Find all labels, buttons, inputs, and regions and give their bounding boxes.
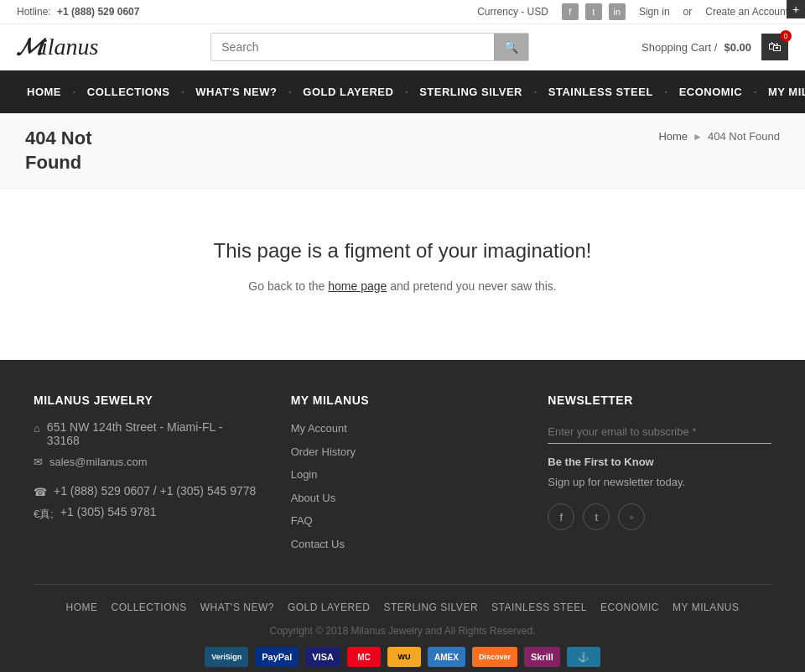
cart-amount: $0.00 xyxy=(724,41,751,54)
nav-item-home[interactable]: HOME xyxy=(17,70,71,113)
footer-bottom-collections[interactable]: COLLECTIONS xyxy=(112,602,187,613)
social-links: f t in xyxy=(562,3,626,20)
footer-bottom-sterling-silver[interactable]: STERLING SILVER xyxy=(383,602,478,613)
footer-bottom-economic[interactable]: ECONOMIC xyxy=(600,602,659,613)
footer-instagram-btn[interactable]: ◦ xyxy=(618,503,645,530)
cart-area: Shopping Cart / $0.00 🛍 0 xyxy=(641,34,788,60)
cart-label: Shopping Cart / xyxy=(641,41,717,54)
nav-dot: • xyxy=(71,88,77,96)
footer-col-my-milanus: MY MILANUS My Account Order History Logi… xyxy=(291,393,515,559)
top-bar-right: Currency - USD f t in Sign in or Create … xyxy=(477,3,788,20)
breadcrumb-current: 404 Not Found xyxy=(708,130,780,143)
footer-bottom-home[interactable]: HOME xyxy=(66,602,98,613)
footer-bottom-whats-new[interactable]: WHAT'S NEW? xyxy=(200,602,274,613)
hotline: Hotline: +1 (888) 529 0607 xyxy=(17,6,139,18)
westernunion-icon: WU xyxy=(387,647,421,667)
footer-facebook-btn[interactable]: f xyxy=(548,503,574,530)
payment-icons: VeriSign PayPal VISA MC WU AMEX Discover… xyxy=(34,647,771,667)
create-account-link[interactable]: Create an Account xyxy=(705,6,788,18)
nav-dot: • xyxy=(752,88,758,96)
nav-dot: • xyxy=(179,88,185,96)
nav-item-whats-new[interactable]: WHAT'S NEW? xyxy=(185,70,287,113)
nav-item-my-milanus[interactable]: MY MILANUS xyxy=(758,70,805,113)
nav-dot: • xyxy=(532,88,538,96)
footer-phone-row: ☎ +1 (888) 529 0607 / +1 (305) 545 9778 xyxy=(34,484,257,498)
footer-order-history[interactable]: Order History xyxy=(291,444,515,461)
footer-bottom-stainless-steel[interactable]: STAINLESS STEEL xyxy=(491,602,587,613)
nav-item-gold-layered[interactable]: GOLD LAYERED xyxy=(293,70,403,113)
email-icon: ✉ xyxy=(34,456,43,468)
twitter-icon[interactable]: t xyxy=(585,3,602,20)
amex-icon: AMEX xyxy=(428,647,465,667)
search-input[interactable] xyxy=(211,34,494,60)
home-page-link[interactable]: home page xyxy=(328,279,387,293)
cart-count: 0 xyxy=(780,30,792,42)
phone-icon: ☎ xyxy=(34,486,47,498)
page-title-block: 404 Not Found xyxy=(25,127,91,175)
page-title: 404 Not Found xyxy=(25,127,91,175)
nav-dot: • xyxy=(403,88,409,96)
nav-dot: • xyxy=(287,88,293,96)
nav-item-economic[interactable]: ECONOMIC xyxy=(669,70,753,113)
footer-bottom-nav: HOME COLLECTIONS WHAT'S NEW? GOLD LAYERE… xyxy=(34,602,771,613)
footer-email-row: ✉ sales@milanus.com xyxy=(34,454,257,477)
nav-item-collections[interactable]: COLLECTIONS xyxy=(77,70,180,113)
search-button[interactable]: 🔍 xyxy=(494,34,528,60)
footer-col3-title: NEWSLETTER xyxy=(548,393,771,407)
cart-button[interactable]: 🛍 0 xyxy=(761,34,788,60)
nav-item-sterling-silver[interactable]: STERLING SILVER xyxy=(409,70,532,113)
instagram-icon[interactable]: in xyxy=(609,3,626,20)
main-nav: HOME • COLLECTIONS • WHAT'S NEW? • GOLD … xyxy=(0,70,805,113)
nav-dot: • xyxy=(663,88,669,96)
hotline-number: +1 (888) 529 0607 xyxy=(57,6,139,18)
header-right: Shopping Cart / $0.00 🛍 0 xyxy=(641,34,788,60)
footer-top: MILANUS JEWELRY ⌂ 651 NW 124th Street - … xyxy=(34,393,771,585)
footer: MILANUS JEWELRY ⌂ 651 NW 124th Street - … xyxy=(0,360,805,672)
footer-login[interactable]: Login xyxy=(291,466,515,483)
paypal-icon: PayPal xyxy=(255,647,299,667)
copyright-text: Copyright © 2018 Milanus Jewelry and All… xyxy=(34,625,771,637)
top-bar: Hotline: +1 (888) 529 0607 Currency - US… xyxy=(0,0,805,24)
footer-col1-title: MILANUS JEWELRY xyxy=(34,393,257,407)
footer-email[interactable]: sales@milanus.com xyxy=(49,454,148,471)
or-text: or xyxy=(683,6,693,18)
footer-fax: +1 (305) 545 9781 xyxy=(60,505,157,518)
newsletter-subtitle: Sign up for newsletter today. xyxy=(548,474,771,491)
facebook-icon[interactable]: f xyxy=(562,3,579,20)
logo[interactable]: 𝓜ilanus xyxy=(17,34,98,61)
nav-item-stainless-steel[interactable]: STAINLESS STEEL xyxy=(538,70,663,113)
newsletter-text: Be the First to Know Sign up for newslet… xyxy=(548,454,771,490)
footer-my-account[interactable]: My Account xyxy=(291,420,515,437)
visa-icon: VISA xyxy=(305,647,340,667)
fax-icon: €真; xyxy=(34,507,54,522)
expand-button[interactable]: + xyxy=(787,0,805,18)
footer-social: f t ◦ xyxy=(548,503,771,530)
main-content: This page is a figment of your imaginati… xyxy=(0,189,805,360)
footer-faq[interactable]: FAQ xyxy=(291,513,515,529)
footer-col2-title: MY MILANUS xyxy=(291,393,515,407)
breadcrumb-home[interactable]: Home xyxy=(658,130,688,143)
footer-col-jewelry: MILANUS JEWELRY ⌂ 651 NW 124th Street - … xyxy=(34,393,257,559)
signin-link[interactable]: Sign in xyxy=(639,6,670,18)
newsletter-input-row xyxy=(548,420,771,444)
not-found-title: This page is a figment of your imaginati… xyxy=(17,239,788,263)
currency-selector[interactable]: Currency - USD xyxy=(477,6,548,18)
hotline-label: Hotline: xyxy=(17,6,51,18)
breadcrumb: Home ► 404 Not Found xyxy=(658,127,780,143)
breadcrumb-bar: 404 Not Found Home ► 404 Not Found xyxy=(0,113,805,189)
footer-contact-us[interactable]: Contact Us xyxy=(291,536,515,553)
footer-col-newsletter: NEWSLETTER Be the First to Know Sign up … xyxy=(548,393,771,559)
newsletter-title: Be the First to Know xyxy=(548,454,771,471)
footer-fax-row: €真; +1 (305) 545 9781 xyxy=(34,505,257,522)
footer-about-us[interactable]: About Us xyxy=(291,490,515,507)
mastercard-icon: MC xyxy=(347,647,381,667)
header: 𝓜ilanus 🔍 Shopping Cart / $0.00 🛍 0 xyxy=(0,24,805,70)
discover-icon: Discover xyxy=(472,647,517,667)
footer-address: 651 NW 124th Street - Miami-FL - 33168 xyxy=(47,420,257,447)
newsletter-email-input[interactable] xyxy=(548,420,771,444)
footer-bottom-my-milanus[interactable]: MY MILANUS xyxy=(673,602,739,613)
footer-bottom-gold-layered[interactable]: GOLD LAYERED xyxy=(288,602,370,613)
not-found-subtitle: Go back to the home page and pretend you… xyxy=(17,279,788,293)
verisign-icon: VeriSign xyxy=(205,647,248,667)
footer-twitter-btn[interactable]: t xyxy=(583,503,610,530)
